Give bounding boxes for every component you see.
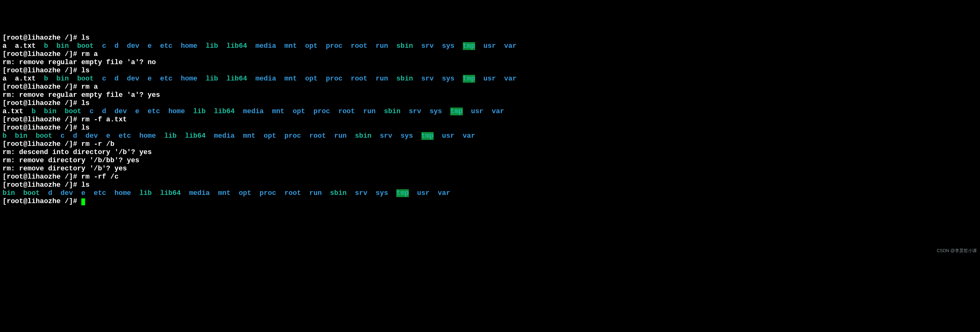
prompt-line[interactable]: [root@lihaozhe /]# rm a <box>3 83 977 91</box>
ls-output-line: a a.txt b bin boot c d dev e etc home li… <box>3 75 977 83</box>
ls-entry: bin <box>15 132 28 140</box>
ls-entry: opt <box>305 75 318 83</box>
ls-entry: bin <box>44 107 57 115</box>
ls-entry: proc <box>313 107 330 115</box>
ls-entry: mnt <box>272 107 285 115</box>
ls-entry: tmp <box>396 189 409 197</box>
terminal-output[interactable]: [root@lihaozhe /]# lsa a.txt b bin boot … <box>3 34 977 206</box>
ls-entry: run <box>309 189 322 197</box>
ls-entry: run <box>363 107 376 115</box>
ls-entry: d <box>114 42 118 50</box>
ls-entry: sys <box>442 42 455 50</box>
ls-entry: proc <box>326 75 342 83</box>
ls-entry: dev <box>114 107 127 115</box>
command-text: ls <box>81 34 89 42</box>
ls-entry: sys <box>430 107 442 115</box>
ls-entry: var <box>463 132 476 140</box>
shell-prompt: [root@lihaozhe /]# <box>3 99 81 107</box>
ls-entry: root <box>285 189 301 197</box>
ls-entry: opt <box>305 42 318 50</box>
prompt-line[interactable]: [root@lihaozhe /]# ls <box>3 34 977 42</box>
prompt-line[interactable]: [root@lihaozhe /]# ls <box>3 181 977 189</box>
ls-entry: usr <box>484 42 496 50</box>
ls-entry: sbin <box>355 132 371 140</box>
prompt-line[interactable]: [root@lihaozhe /]# rm -rf /c <box>3 173 977 181</box>
cursor <box>81 198 85 205</box>
ls-entry: boot <box>77 42 94 50</box>
ls-entry: home <box>181 75 197 83</box>
ls-entry: boot <box>23 189 40 197</box>
ls-entry: proc <box>260 189 276 197</box>
shell-prompt: [root@lihaozhe /]# <box>3 67 81 75</box>
ls-output-line: a a.txt b bin boot c d dev e etc home li… <box>3 42 977 50</box>
ls-entry: srv <box>409 107 422 115</box>
ls-entry: usr <box>417 189 430 197</box>
ls-entry: c <box>89 107 94 115</box>
prompt-line[interactable]: [root@lihaozhe /]# ls <box>3 124 977 132</box>
ls-entry: media <box>255 42 276 50</box>
ls-entry: run <box>334 132 347 140</box>
ls-entry: var <box>504 42 517 50</box>
ls-entry: lib64 <box>226 42 247 50</box>
ls-entry: home <box>181 42 197 50</box>
ls-entry: sys <box>442 75 455 83</box>
prompt-line[interactable]: [root@lihaozhe /]# ls <box>3 67 977 75</box>
ls-entry: media <box>243 107 264 115</box>
ls-entry: lib <box>206 75 218 83</box>
ls-entry: lib64 <box>226 75 247 83</box>
ls-entry: etc <box>160 42 173 50</box>
command-text: ls <box>81 99 89 107</box>
ls-entry: opt <box>239 189 251 197</box>
ls-entry: dev <box>60 189 73 197</box>
output-line: rm: remove regular empty file 'a'? yes <box>3 91 977 99</box>
output-line: rm: remove directory '/b'? yes <box>3 165 977 173</box>
ls-entry: srv <box>422 42 434 50</box>
ls-entry: home <box>114 189 131 197</box>
prompt-line[interactable]: [root@lihaozhe /]# rm -f a.txt <box>3 116 977 124</box>
ls-entry: sbin <box>384 107 401 115</box>
ls-entry: boot <box>36 132 52 140</box>
ls-entry: usr <box>471 107 484 115</box>
ls-entry: c <box>102 75 106 83</box>
prompt-line[interactable]: [root@lihaozhe /]# ls <box>3 99 977 107</box>
prompt-line[interactable]: [root@lihaozhe /]# rm a <box>3 50 977 59</box>
ls-entry: mnt <box>285 42 297 50</box>
command-text: rm -f a.txt <box>81 116 127 124</box>
ls-entry: run <box>375 75 388 83</box>
ls-entry: proc <box>326 42 342 50</box>
ls-entry: var <box>438 189 450 197</box>
shell-prompt: [root@lihaozhe /]# <box>3 83 81 91</box>
ls-entry: home <box>139 132 156 140</box>
ls-entry: dev <box>127 42 139 50</box>
ls-entry: d <box>102 107 106 115</box>
ls-entry: var <box>504 75 517 83</box>
shell-prompt: [root@lihaozhe /]# <box>3 50 81 58</box>
ls-entry: boot <box>77 75 94 83</box>
ls-output-line: bin boot d dev e etc home lib lib64 medi… <box>3 189 977 198</box>
ls-entry: e <box>135 107 139 115</box>
ls-entry: e <box>106 132 110 140</box>
ls-entry: mnt <box>285 75 297 83</box>
ls-entry: media <box>189 189 210 197</box>
ls-entry: a.txt <box>3 107 23 115</box>
output-line: rm: descend into directory '/b'? yes <box>3 148 977 156</box>
ls-entry: lib64 <box>214 107 235 115</box>
ls-entry: proc <box>285 132 301 140</box>
ls-entry: bin <box>57 42 69 50</box>
prompt-line[interactable]: [root@lihaozhe /]# rm -r /b <box>3 140 977 148</box>
ls-entry: root <box>351 75 368 83</box>
prompt-line[interactable]: [root@lihaozhe /]# <box>3 198 977 206</box>
ls-entry: lib <box>139 189 152 197</box>
shell-prompt: [root@lihaozhe /]# <box>3 173 81 181</box>
ls-entry: lib <box>193 107 206 115</box>
ls-entry: sbin <box>330 189 347 197</box>
command-text: rm -rf /c <box>81 173 119 181</box>
ls-entry: etc <box>94 189 106 197</box>
ls-entry: srv <box>422 75 434 83</box>
ls-entry: tmp <box>422 132 434 140</box>
ls-entry: e <box>148 75 152 83</box>
ls-entry: bin <box>3 189 15 197</box>
ls-entry: sys <box>375 189 388 197</box>
ls-entry: home <box>168 107 185 115</box>
ls-entry: e <box>81 189 86 197</box>
